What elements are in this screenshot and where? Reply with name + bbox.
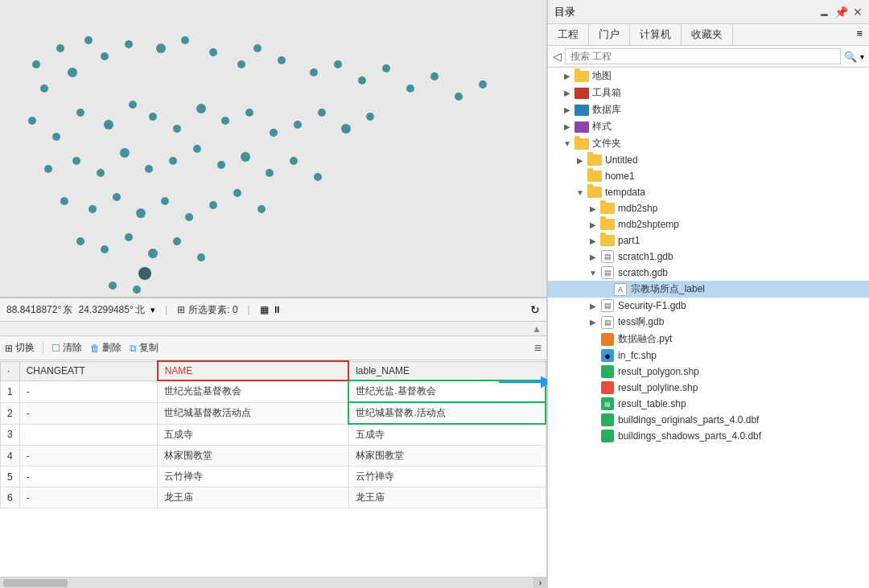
copy-icon: ⧉	[130, 343, 137, 354]
tree-item-infc[interactable]: ● in_fc.shp	[548, 347, 869, 364]
tree-label: 数据库	[592, 103, 621, 117]
collapse-bar[interactable]: ▲	[0, 322, 546, 336]
table-row[interactable]: 2 - 世纪城基督教活动点 世纪城基督教.活动点	[1, 402, 546, 424]
tree-item-part1[interactable]: ▶ part1	[548, 232, 869, 249]
tree-label: home1	[605, 171, 635, 182]
table-row[interactable]: 4 - 林家围教堂 林家围教堂	[1, 446, 546, 467]
tree-item-database[interactable]: ▶ 数据库	[548, 101, 869, 118]
tree-item-folder[interactable]: ▼ 文件夹	[548, 135, 869, 152]
delete-button[interactable]: 🗑 删除	[90, 341, 121, 355]
table-row[interactable]: 6 - 龙王庙 龙王庙	[1, 487, 546, 508]
tree-arrow: ▶	[587, 318, 599, 327]
map-dot	[76, 237, 84, 245]
tree-icon	[599, 234, 616, 247]
catalog-header: 目录 🗕 📌 ✕	[548, 0, 869, 24]
tree-item-buildingsshadow[interactable]: buildings_shadows_parts_4.0.dbf	[548, 428, 869, 444]
tree-item-resulttable[interactable]: ▤ result_table.shp	[548, 396, 869, 412]
tree-item-home1[interactable]: home1	[548, 168, 869, 184]
tree-icon: ▤	[599, 316, 616, 329]
col-changeatt[interactable]: CHANGEATT	[19, 361, 158, 380]
switch-button[interactable]: ⊞ 切换	[5, 341, 35, 355]
map-dot	[245, 109, 253, 117]
catalog-tree: ▶ 地图 ▶ 工具箱 ▶ 数据库 ▶ 样式 ▼ 文件夹 ▶ Untitled h…	[548, 68, 869, 588]
map-dot	[241, 152, 250, 162]
search-button[interactable]: 🔍	[844, 51, 857, 63]
tree-item-securityf1gdb[interactable]: ▶ ▤ Security-F1.gdb	[548, 298, 869, 314]
tree-item-mdb2shp[interactable]: ▶ mdb2shp	[548, 200, 869, 216]
catalog-panel: 目录 🗕 📌 ✕ 工程 门户 计算机 收藏夹 ≡ ◁ 🔍 ▾ ▶ 地图 ▶ 工具…	[547, 0, 869, 588]
tree-item-mdb2shptemp[interactable]: ▶ mdb2shptemp	[548, 216, 869, 232]
coord-dropdown-button[interactable]: ▾	[150, 305, 155, 315]
map-dot	[334, 60, 342, 68]
catalog-pin-toggle[interactable]: 📌	[834, 6, 848, 19]
pause-button[interactable]: ⏸	[272, 304, 282, 315]
table-menu-icon[interactable]: ≡	[534, 341, 542, 356]
cell-lable-name: 林家围教堂	[348, 446, 546, 467]
selection-icon: ⊞	[177, 304, 185, 315]
map-dot	[32, 60, 40, 68]
tree-item-style[interactable]: ▶ 样式	[548, 118, 869, 135]
tree-item-buildingsorig[interactable]: buildings_originals_parts_4.0.dbf	[548, 412, 869, 428]
catalog-pin-button[interactable]: 🗕	[818, 6, 830, 19]
latitude-value: 24.3299485°	[79, 304, 134, 315]
tree-item-tempdata[interactable]: ▼ tempdata	[548, 184, 869, 200]
tree-item-maps[interactable]: ▶ 地图	[548, 68, 869, 84]
tree-label: 样式	[592, 120, 612, 134]
search-dropdown-button[interactable]: ▾	[860, 52, 864, 61]
tree-icon	[599, 381, 616, 394]
tree-arrow: ▶	[561, 88, 574, 97]
map-dot	[209, 201, 217, 209]
tree-icon: ●	[599, 349, 616, 362]
tree-icon	[587, 170, 603, 183]
tree-label: tess啊.gdb	[618, 315, 664, 329]
tree-item-resultpolygon[interactable]: result_polygon.shp	[548, 364, 869, 380]
tree-label: scratch.gdb	[618, 267, 668, 278]
tree-icon: ▤	[599, 299, 616, 312]
map-dot	[430, 72, 439, 80]
scrollbar-thumb[interactable]	[3, 579, 68, 587]
row-number: 6	[1, 487, 20, 508]
tree-item-tessagdb[interactable]: ▶ ▤ tess啊.gdb	[548, 314, 869, 331]
map-dot	[84, 36, 93, 44]
col-name[interactable]: NAME	[158, 361, 349, 380]
table-row[interactable]: 1 - 世纪光盐基督教会 世纪光盐.基督教会	[1, 380, 546, 402]
cell-lable-name: 五成寺	[348, 424, 546, 446]
table-row[interactable]: 5 - 云竹禅寺 云竹禅寺	[1, 467, 546, 487]
copy-button[interactable]: ⧉ 复制	[130, 341, 159, 355]
map-dot	[382, 64, 390, 72]
tab-favorites[interactable]: 收藏夹	[682, 24, 733, 45]
clear-label: 清除	[63, 341, 82, 355]
catalog-close-button[interactable]: ✕	[853, 6, 863, 19]
tab-computer[interactable]: 计算机	[630, 24, 682, 45]
tree-item-toolbox[interactable]: ▶ 工具箱	[548, 84, 869, 101]
filter-button[interactable]: ▦	[260, 304, 269, 315]
tab-portal[interactable]: 门户	[589, 24, 630, 45]
tree-item-scratchgdb[interactable]: ▼ ▤ scratch.gdb	[548, 265, 869, 281]
tree-item-scratch1gdb[interactable]: ▶ ▤ scratch1.gdb	[548, 249, 869, 265]
map-dot	[101, 245, 109, 253]
tree-label: 数据融合.pyt	[618, 332, 672, 346]
tree-icon	[599, 333, 616, 346]
clear-button[interactable]: ☐ 清除	[51, 341, 82, 355]
scroll-right-arrow[interactable]: ›	[533, 578, 546, 589]
attribute-table-grid: · CHANGEATT NAME lable_NAME 1 - 世纪光盐基督教会…	[0, 360, 546, 508]
map-dot	[56, 44, 64, 52]
tree-item-zongjiao[interactable]: A 宗教场所点_label	[548, 281, 869, 298]
search-input[interactable]	[565, 48, 841, 64]
map-dot	[358, 76, 366, 84]
tree-item-untitled[interactable]: ▶ Untitled	[548, 152, 869, 168]
tree-icon: A	[612, 283, 628, 296]
tab-project[interactable]: 工程	[548, 24, 589, 45]
tree-item-shujuronghe[interactable]: 数据融合.pyt	[548, 331, 869, 347]
table-row[interactable]: 3 五成寺 五成寺	[1, 424, 546, 446]
map-canvas[interactable]	[0, 0, 546, 297]
tree-label: buildings_originals_parts_4.0.dbf	[618, 414, 759, 426]
col-lable-name[interactable]: lable_NAME	[348, 361, 546, 380]
catalog-tab-menu[interactable]: ≡	[850, 24, 869, 45]
refresh-button[interactable]: ↻	[530, 303, 540, 316]
tree-item-resultpolyline[interactable]: result_polyline.shp	[548, 380, 869, 396]
attribute-table[interactable]: · CHANGEATT NAME lable_NAME 1 - 世纪光盐基督教会…	[0, 360, 546, 577]
horizontal-scrollbar[interactable]: ›	[0, 577, 546, 588]
back-button[interactable]: ◁	[553, 50, 562, 63]
map-dot	[104, 120, 113, 130]
